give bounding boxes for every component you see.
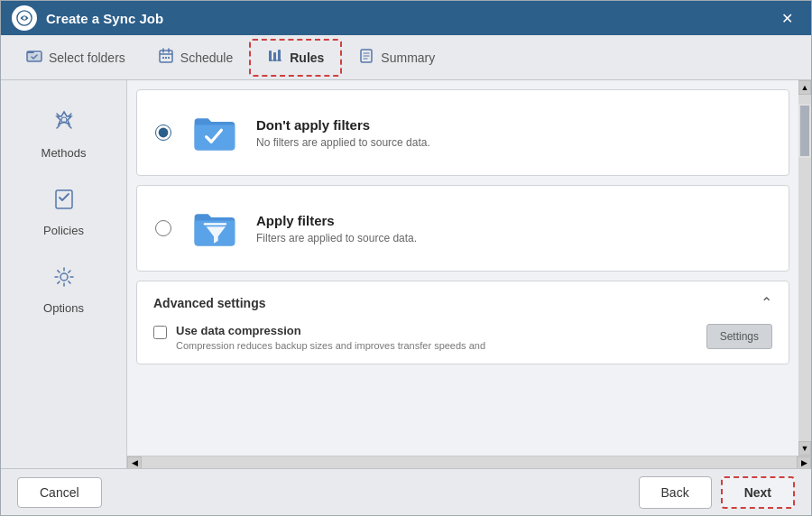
apply-filter-icon [188,202,240,254]
select-folders-icon [26,48,42,68]
scroll-down-arrow[interactable]: ▼ [798,441,811,456]
policies-icon [51,187,77,218]
compression-label: Use data compression [176,324,697,337]
methods-icon [51,107,78,141]
schedule-icon [158,48,174,68]
content-panel: Don't apply filters No filters are appli… [127,80,811,456]
tab-select-folders[interactable]: Select folders [10,41,142,75]
sidebar: Methods Policies [1,80,127,468]
svg-rect-7 [165,57,167,59]
svg-rect-9 [269,51,272,61]
apply-filter-desc: Filters are applied to source data. [256,232,770,244]
svg-point-1 [23,16,26,20]
sidebar-item-options[interactable]: Options [1,255,126,324]
advanced-settings-title: Advanced settings [153,296,265,310]
sidebar-policies-label: Policies [43,224,84,237]
compression-row: Use data compression Compression reduces… [153,324,772,351]
title-bar: Create a Sync Job ✕ [1,1,811,35]
dialog-create-sync-job: Create a Sync Job ✕ Select folders [0,0,812,516]
vertical-scrollbar[interactable]: ▲ ▼ [798,80,811,456]
compression-checkbox[interactable] [153,326,167,339]
option-apply-filter[interactable]: Apply filters Filters are applied to sou… [136,185,789,272]
tab-rules[interactable]: Rules [249,39,342,77]
scroll-up-arrow[interactable]: ▲ [798,80,811,95]
tab-rules-label: Rules [290,51,324,65]
scroll-left-arrow[interactable]: ◀ [127,456,142,469]
scroll-track[interactable] [798,95,811,441]
svg-point-15 [60,273,68,281]
footer-right-buttons: Back Next [639,476,795,509]
no-filter-title: Don't apply filters [256,117,770,133]
summary-icon [358,48,374,68]
app-icon [12,5,37,31]
advanced-settings-panel: Advanced settings ⌃ Use data compression… [136,281,789,364]
tab-schedule-label: Schedule [180,51,233,65]
sidebar-methods-label: Methods [42,146,87,160]
tab-select-folders-label: Select folders [49,51,125,65]
horiz-scroll-track[interactable] [142,456,797,468]
radio-apply-filter[interactable] [155,220,171,236]
no-filter-desc: No filters are applied to source data. [256,136,770,149]
main-content: Methods Policies [1,80,811,468]
sidebar-item-policies[interactable]: Policies [1,178,126,246]
tab-summary[interactable]: Summary [342,41,451,75]
no-filter-text: Don't apply filters No filters are appli… [256,117,770,149]
scroll-thumb[interactable] [798,104,811,158]
scroll-right-arrow[interactable]: ▶ [797,456,811,469]
apply-filter-text: Apply filters Filters are applied to sou… [256,213,770,244]
radio-no-filter[interactable] [155,124,171,141]
svg-rect-5 [160,51,172,62]
scroll-area: Don't apply filters No filters are appli… [127,80,811,468]
option-no-filter[interactable]: Don't apply filters No filters are appli… [136,89,789,176]
sidebar-item-methods[interactable]: Methods [1,98,126,169]
tab-summary-label: Summary [381,51,435,65]
footer: Cancel Back Next [1,468,811,515]
settings-button[interactable]: Settings [706,324,772,349]
svg-rect-8 [168,57,170,59]
advanced-collapse-icon[interactable]: ⌃ [761,294,772,311]
compression-desc: Compression reduces backup sizes and imp… [176,340,697,351]
svg-rect-6 [162,57,164,59]
cancel-button[interactable]: Cancel [17,477,102,508]
back-button[interactable]: Back [639,476,712,509]
compression-content: Use data compression Compression reduces… [176,324,697,351]
next-button[interactable]: Next [721,476,795,509]
tab-bar: Select folders Schedule [1,35,811,80]
no-filter-icon [188,106,240,159]
dialog-title: Create a Sync Job [46,11,774,26]
sidebar-options-label: Options [43,301,84,315]
svg-rect-11 [278,50,281,61]
close-button[interactable]: ✕ [774,6,800,31]
advanced-settings-header[interactable]: Advanced settings ⌃ [153,294,772,311]
tab-schedule[interactable]: Schedule [142,41,249,75]
options-icon [51,264,77,296]
horizontal-scrollbar[interactable]: ◀ ▶ [127,456,811,468]
apply-filter-title: Apply filters [256,213,770,228]
rules-icon [267,48,283,68]
